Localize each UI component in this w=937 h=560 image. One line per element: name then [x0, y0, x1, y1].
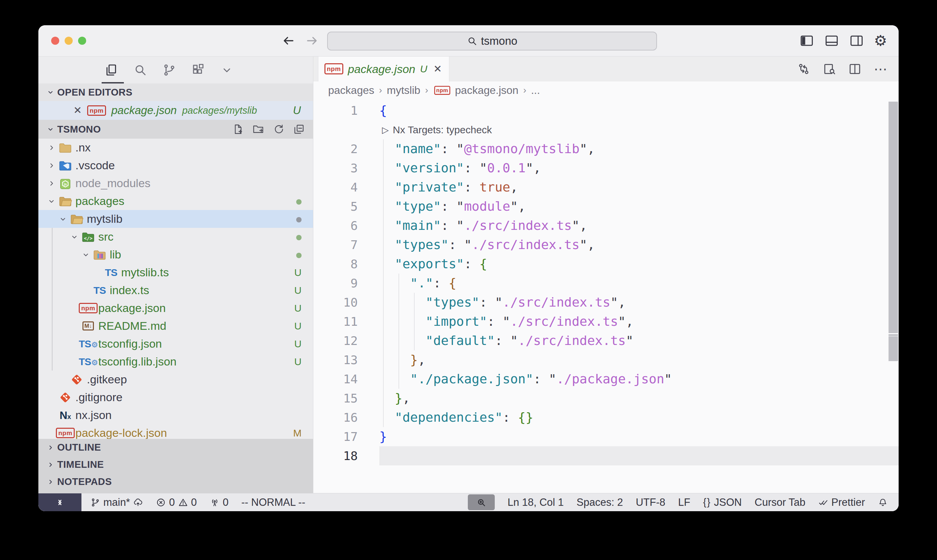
layout-sidebar-right-icon[interactable]	[849, 33, 864, 48]
chevron-down-view-button[interactable]	[220, 63, 234, 77]
status-broadcast[interactable]: 0	[210, 496, 229, 509]
code-line-14: 14 "./package.json": "./package.json"	[313, 369, 899, 389]
tree-item-src[interactable]: </>src	[38, 228, 313, 246]
refresh-icon[interactable]	[272, 123, 285, 135]
command-center-search[interactable]: tsmono	[327, 32, 657, 51]
tree-item-label: mytslib	[87, 212, 123, 226]
tree-item-index.ts[interactable]: TSindex.tsU	[38, 282, 313, 299]
tree-item-label: node_modules	[75, 177, 151, 190]
chevron-down-icon	[46, 88, 54, 96]
layout-panel-icon[interactable]	[824, 33, 839, 48]
open-editor-row[interactable]: ✕npmpackage.jsonpackages/mytslibU	[38, 101, 313, 120]
tree-item-label: packages	[75, 194, 125, 208]
code-line-7: 7 "types": "./src/index.ts",	[313, 235, 899, 254]
open-editors-header[interactable]: OPEN EDITORS	[38, 83, 313, 101]
status-git-branch[interactable]: main*	[90, 496, 143, 509]
files-view-button[interactable]	[104, 63, 118, 77]
breadcrumb-item-...[interactable]: ...	[531, 84, 540, 97]
code-line-9: 9 ".": {	[313, 274, 899, 293]
tree-item-.vscode[interactable]: .vscode	[38, 157, 313, 174]
status-cursor-position[interactable]: Ln 18, Col 1	[508, 496, 564, 509]
code-editor[interactable]: 1{▷Nx Targets: typecheck2 "name": "@tsmo…	[313, 99, 899, 493]
git-status-badge: U	[294, 338, 302, 350]
git-status-badge: U	[294, 285, 302, 296]
code-line-content: "default": "./src/index.ts"	[379, 331, 899, 350]
code-line-13: 13 },	[313, 350, 899, 369]
section-header-timeline[interactable]: TIMELINE	[38, 456, 313, 473]
minimize-window-button[interactable]	[65, 37, 73, 45]
tree-item-label: tsconfig.lib.json	[98, 355, 176, 368]
gear-icon[interactable]: ⚙	[874, 33, 887, 48]
git-status-badge: M	[293, 428, 302, 439]
navigate-back-icon[interactable]	[282, 34, 295, 48]
remote-indicator[interactable]	[38, 493, 82, 511]
tree-item-mytslib.ts[interactable]: TSmytslib.tsU	[38, 263, 313, 282]
status-indentation[interactable]: Spaces: 2	[577, 496, 623, 509]
status-vim-mode[interactable]: -- NORMAL --	[241, 496, 305, 509]
tree-item-.nx[interactable]: .nx	[38, 138, 313, 157]
breadcrumb-item-mytslib[interactable]: mytslib	[387, 84, 420, 97]
status-problems[interactable]: 00	[156, 496, 197, 509]
tree-item-package-lock.json[interactable]: npmpackage-lock.jsonM	[38, 424, 313, 439]
status-formatter[interactable]: Prettier	[818, 496, 865, 509]
zoom-window-button[interactable]	[78, 37, 86, 45]
navigate-forward-icon[interactable]	[305, 34, 319, 48]
file-tree: .nx.vscodejsnode_modulespackagesmytslib<…	[38, 138, 313, 439]
double-check-icon	[818, 497, 828, 508]
workspace-header[interactable]: TSMONO	[38, 120, 313, 138]
status-screencast-zoom[interactable]	[468, 494, 495, 510]
codelens-nx-targets[interactable]: ▷Nx Targets: typecheck	[313, 120, 899, 139]
chevron-right-icon	[46, 443, 54, 452]
preview-icon[interactable]	[823, 62, 836, 76]
git-status-badge	[296, 249, 302, 260]
close-editor-icon[interactable]: ✕	[73, 105, 82, 115]
tree-item-nx.json[interactable]: Nxnx.json	[38, 406, 313, 424]
code-line-3: 3 "version": "0.0.1",	[313, 158, 899, 178]
new-folder-icon[interactable]	[252, 123, 265, 135]
more-actions-icon[interactable]: ⋯	[874, 62, 887, 76]
status-cursor-tab[interactable]: Cursor Tab	[755, 496, 805, 509]
source-control-view-button[interactable]	[162, 63, 176, 77]
open-editor-filename: package.json	[111, 104, 177, 117]
tree-item-lib[interactable]: lib	[38, 246, 313, 263]
compare-icon[interactable]	[797, 62, 811, 76]
collapse-all-icon[interactable]	[293, 123, 305, 135]
tree-item-tsconfig.lib.json[interactable]: TS⚙tsconfig.lib.jsonU	[38, 353, 313, 371]
code-line-content: "import": "./src/index.ts",	[379, 312, 899, 331]
cloud-upload-icon	[133, 497, 143, 508]
status-notifications[interactable]	[878, 497, 888, 508]
tsconfig-file-icon: TS⚙	[79, 339, 98, 349]
tree-item-.gitignore[interactable]: .gitignore	[38, 388, 313, 406]
tree-item-mytslib[interactable]: mytslib	[38, 210, 313, 228]
tree-item-tsconfig.json[interactable]: TS⚙tsconfig.jsonU	[38, 335, 313, 353]
new-file-icon[interactable]	[232, 123, 245, 135]
split-editor-icon[interactable]	[848, 62, 862, 76]
status-text: Spaces: 2	[577, 496, 623, 509]
chevron-down-icon	[80, 251, 92, 259]
status-encoding[interactable]: UTF-8	[636, 496, 665, 509]
tree-item-package.json[interactable]: npmpackage.jsonU	[38, 299, 313, 317]
breadcrumb-item-packages[interactable]: packages	[328, 84, 374, 97]
code-line-5: 5 "type": "module",	[313, 197, 899, 216]
status-language-mode[interactable]: {}JSON	[703, 496, 742, 509]
search-view-button[interactable]	[133, 63, 148, 77]
status-eol[interactable]: LF	[678, 496, 690, 509]
tree-item-packages[interactable]: packages	[38, 192, 313, 210]
editor-scrollbar[interactable]	[889, 99, 898, 493]
section-header-notepads[interactable]: NOTEPADS	[38, 473, 313, 490]
warning-icon	[178, 497, 188, 508]
npm-file-icon: npm	[79, 303, 98, 313]
active-view-underline	[102, 82, 124, 83]
tree-item-.gitkeep[interactable]: .gitkeep	[38, 371, 313, 388]
breadcrumb-item-package.json[interactable]: npmpackage.json	[433, 84, 518, 97]
tree-item-label: mytslib.ts	[121, 266, 169, 279]
section-header-outline[interactable]: OUTLINE	[38, 439, 313, 456]
tree-item-README.md[interactable]: M↓README.mdU	[38, 317, 313, 335]
layout-sidebar-left-icon[interactable]	[799, 33, 814, 48]
close-window-button[interactable]	[51, 37, 59, 45]
extensions-view-button[interactable]	[191, 63, 205, 77]
tree-item-node-modules[interactable]: jsnode_modules	[38, 174, 313, 192]
close-tab-icon[interactable]: ✕	[434, 64, 442, 74]
tab-package-json[interactable]: npm package.json U ✕	[318, 57, 449, 82]
chevron-down-icon	[46, 125, 54, 133]
